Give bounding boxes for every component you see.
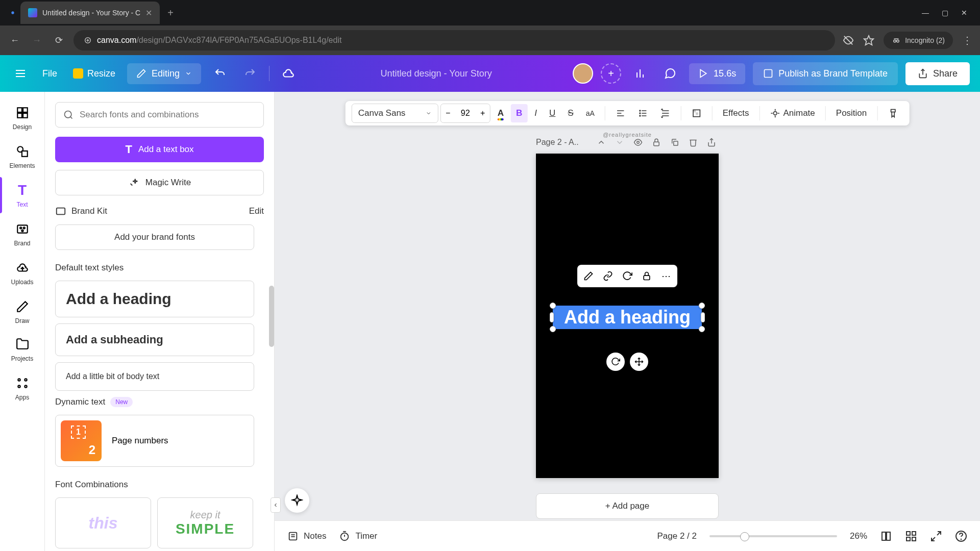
font-combo-2[interactable]: keep it SIMPLE xyxy=(157,497,253,548)
list-button[interactable] xyxy=(633,104,653,122)
effects-button[interactable]: Effects xyxy=(718,104,754,122)
active-tab[interactable]: Untitled design - Your Story - C ✕ xyxy=(20,2,160,24)
help-button[interactable] xyxy=(955,530,967,542)
user-avatar[interactable] xyxy=(573,63,593,84)
duration-button[interactable]: 15.6s xyxy=(689,63,745,84)
rail-design[interactable]: Design xyxy=(4,99,41,136)
add-text-box-button[interactable]: T Add a text box xyxy=(55,137,264,162)
reload-button[interactable]: ⟳ xyxy=(52,33,66,47)
move-handle[interactable] xyxy=(630,353,648,371)
minimize-icon[interactable]: — xyxy=(922,9,929,17)
link-element-button[interactable] xyxy=(600,268,616,284)
resize-handle-bl[interactable] xyxy=(550,326,556,332)
editing-mode-button[interactable]: Editing xyxy=(127,63,201,84)
rail-elements[interactable]: Elements xyxy=(4,138,41,174)
browser-menu-icon[interactable]: ⋮ xyxy=(962,34,972,46)
undo-button[interactable] xyxy=(209,62,231,85)
transparency-button[interactable] xyxy=(687,104,707,122)
text-element[interactable]: Add a heading xyxy=(553,306,702,329)
analytics-button[interactable] xyxy=(629,62,651,85)
resize-handle-tr[interactable] xyxy=(699,303,705,309)
decrease-size-button[interactable]: − xyxy=(441,109,455,118)
new-tab-button[interactable]: + xyxy=(160,7,181,19)
font-size-value[interactable]: 92 xyxy=(455,109,476,118)
redo-button[interactable] xyxy=(239,62,261,85)
search-box[interactable] xyxy=(55,102,264,128)
add-heading-button[interactable]: Add a heading xyxy=(55,281,254,317)
maximize-icon[interactable]: ▢ xyxy=(942,9,948,17)
resize-handle-mr[interactable] xyxy=(701,312,705,322)
thumbnail-view-button[interactable] xyxy=(905,530,917,542)
animate-button[interactable]: Animate xyxy=(765,104,820,122)
rail-uploads[interactable]: Uploads xyxy=(4,255,41,291)
grid-view-button[interactable] xyxy=(880,530,892,542)
pinned-tab[interactable] xyxy=(5,3,20,23)
collapse-panel-button[interactable] xyxy=(271,497,281,513)
increase-size-button[interactable]: + xyxy=(476,109,490,118)
document-title[interactable]: Untitled design - Your Story xyxy=(307,68,565,79)
share-page-button[interactable] xyxy=(704,135,719,149)
resize-handle-ml[interactable] xyxy=(550,312,554,322)
rail-draw[interactable]: Draw xyxy=(4,293,41,330)
rail-brand[interactable]: Brand xyxy=(4,216,41,252)
resize-handle-br[interactable] xyxy=(699,326,705,332)
resize-button[interactable]: Resize xyxy=(69,64,119,83)
fullscreen-button[interactable] xyxy=(930,530,942,542)
file-menu[interactable]: File xyxy=(38,64,61,83)
share-button[interactable]: Share xyxy=(905,62,970,85)
publish-button[interactable]: Publish as Brand Template xyxy=(753,62,898,85)
zoom-value[interactable]: 26% xyxy=(850,531,867,541)
add-body-text-button[interactable]: Add a little bit of body text xyxy=(55,362,254,391)
position-button[interactable]: Position xyxy=(831,104,872,122)
strikethrough-button[interactable]: S xyxy=(562,104,578,122)
rail-apps[interactable]: Apps xyxy=(4,370,41,406)
incognito-badge[interactable]: Incognito (2) xyxy=(884,32,953,49)
rail-text[interactable]: T Text xyxy=(4,177,41,213)
panel-scrollbar[interactable] xyxy=(269,286,274,347)
page-indicator[interactable]: Page 2 / 2 xyxy=(657,531,697,541)
rail-projects[interactable]: Projects xyxy=(4,332,41,367)
add-page-button[interactable]: + Add page xyxy=(536,493,719,519)
duplicate-page-button[interactable] xyxy=(668,135,682,149)
canvas-page[interactable]: @reallygreatsite ⋯ Add a heading xyxy=(536,154,719,478)
zoom-slider[interactable] xyxy=(709,535,837,537)
close-tab-icon[interactable]: ✕ xyxy=(145,8,152,18)
bookmark-star-icon[interactable] xyxy=(863,35,874,46)
eye-off-icon[interactable] xyxy=(843,35,854,46)
add-subheading-button[interactable]: Add a subheading xyxy=(55,323,254,356)
page-label[interactable]: Page 2 - A.. xyxy=(536,138,589,147)
timer-button[interactable]: Timer xyxy=(339,531,377,542)
add-brand-fonts-button[interactable]: Add your brand fonts xyxy=(55,224,254,250)
lock-element-button[interactable] xyxy=(639,268,655,284)
search-input[interactable] xyxy=(80,110,256,120)
close-window-icon[interactable]: ✕ xyxy=(961,9,967,17)
resize-handle-tl[interactable] xyxy=(550,303,556,309)
back-button[interactable]: ← xyxy=(8,33,22,47)
selected-text[interactable]: Add a heading xyxy=(553,306,702,329)
font-family-dropdown[interactable]: Canva Sans xyxy=(352,104,438,123)
text-case-button[interactable]: aA xyxy=(581,104,600,122)
font-combo-1[interactable]: this xyxy=(55,497,151,548)
italic-button[interactable]: I xyxy=(529,104,542,122)
page-numbers-item[interactable]: 12 Page numbers xyxy=(55,415,254,467)
delete-page-button[interactable] xyxy=(686,135,700,149)
forward-button[interactable]: → xyxy=(30,33,44,47)
text-color-button[interactable]: A xyxy=(493,104,509,122)
cloud-sync-icon[interactable] xyxy=(277,62,300,85)
alignment-button[interactable] xyxy=(610,104,631,122)
rotate-handle[interactable] xyxy=(606,353,625,371)
add-collaborator-button[interactable]: + xyxy=(601,63,621,84)
spacing-button[interactable] xyxy=(655,104,676,122)
underline-button[interactable]: U xyxy=(544,104,560,122)
copy-style-button[interactable] xyxy=(883,104,903,122)
regenerate-button[interactable] xyxy=(619,268,635,284)
comments-button[interactable] xyxy=(659,62,681,85)
magic-write-button[interactable]: Magic Write xyxy=(55,170,264,195)
edit-brand-link[interactable]: Edit xyxy=(249,206,264,216)
menu-button[interactable] xyxy=(10,63,31,84)
bold-button[interactable]: B xyxy=(511,104,527,122)
edit-element-button[interactable] xyxy=(580,268,597,284)
more-element-button[interactable]: ⋯ xyxy=(658,268,674,284)
ai-assistant-fab[interactable] xyxy=(285,488,309,513)
notes-button[interactable]: Notes xyxy=(287,531,326,542)
